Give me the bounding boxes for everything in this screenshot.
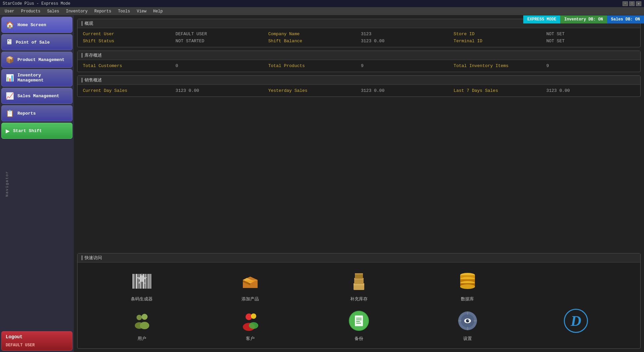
restock-icon [347, 269, 371, 293]
svg-rect-9 [148, 274, 150, 289]
backup-label: 备份 [355, 336, 363, 342]
status-bar: EXPRESS MODE Inventory DB: ON Sales DB: … [523, 15, 644, 23]
barcode-icon [130, 269, 154, 293]
svg-rect-2 [136, 274, 138, 289]
reports-icon: 📋 [6, 109, 14, 118]
total-customers-value: 0 [175, 63, 264, 68]
svg-rect-8 [147, 274, 148, 289]
quick-restock[interactable]: 补充库存 [308, 269, 410, 302]
yesterday-sales-label: Yesterday Sales [268, 88, 357, 93]
current-user-value: DEFAULT USER [175, 32, 264, 37]
yesterday-sales-value: 3123 0.00 [361, 88, 449, 93]
logout-user: DEFAULT USER [6, 343, 35, 348]
svg-point-33 [137, 315, 142, 320]
quick-database[interactable]: 数据库 [417, 269, 519, 302]
menu-user[interactable]: User [1, 8, 18, 14]
company-name-value: 3123 [361, 32, 449, 37]
sales-overview-title: 销售概述 [85, 77, 102, 83]
last7-sales-value: 3123 0.00 [546, 88, 635, 93]
pos-icon: 🖥 [6, 38, 12, 46]
close-button[interactable]: ✕ [636, 1, 641, 6]
shift-balance-label: Shift Balance [268, 39, 357, 44]
store-id-label: Store ID [453, 32, 542, 37]
users-icon [130, 309, 154, 333]
quick-settings[interactable]: 设置 [417, 309, 519, 342]
menu-view[interactable]: View [133, 8, 150, 14]
inventory-overview-content: Total Customers 0 Total Products 9 Total… [77, 60, 640, 72]
sidebar: Navigator 🏠 Home Screen 🖥 Point of Sale … [0, 15, 74, 352]
current-day-sales-label: Current Day Sales [83, 88, 171, 93]
sidebar-item-sales-management[interactable]: 📈 Sales Management [1, 88, 72, 104]
quick-users[interactable]: 用户 [91, 309, 193, 342]
menu-sales[interactable]: Sales [44, 8, 62, 14]
quick-customers[interactable]: 客户 [200, 309, 302, 342]
maximize-button[interactable]: □ [629, 1, 635, 6]
current-user-label: Current User [83, 32, 171, 37]
sidebar-item-inventory-management[interactable]: 📊 Inventory Management [1, 69, 72, 86]
quick-add-product[interactable]: 添加产品 [200, 269, 302, 302]
sales-overview-content: Current Day Sales 3123 0.00 Yesterday Sa… [77, 85, 640, 97]
inventory-grid: Total Customers 0 Total Products 9 Total… [83, 63, 635, 68]
settings-label: 设置 [463, 336, 472, 342]
overview-title: 概观 [85, 20, 93, 26]
main-content: 概观 Current User DEFAULT USER Company Nam… [74, 15, 644, 352]
restock-label: 补充库存 [350, 296, 368, 302]
menu-inventory[interactable]: Inventory [62, 8, 91, 14]
quick-barcode-generator[interactable]: 条码生成器 [91, 269, 193, 302]
sidebar-label-home: Home Screen [17, 22, 46, 27]
quick-access-grid: 条码生成器 [77, 262, 640, 348]
quick-backup[interactable]: 备份 [308, 309, 410, 342]
shift-icon: ▶ [6, 127, 10, 135]
svg-rect-7 [145, 274, 146, 289]
overview-content: Current User DEFAULT USER Company Name 3… [77, 28, 640, 47]
svg-point-35 [142, 314, 148, 320]
sidebar-label-shift: Start Shift [13, 128, 42, 133]
total-inventory-value: 9 [546, 63, 635, 68]
sales-db-badge: Sales DB: ON [607, 15, 644, 23]
current-day-sales-value: 3123 0.00 [175, 88, 264, 93]
svg-point-32 [460, 284, 475, 289]
sidebar-label-products: Product Management [17, 57, 64, 62]
menu-products[interactable]: Products [18, 8, 44, 14]
sales-icon: 📈 [6, 92, 14, 100]
users-label: 用户 [138, 336, 146, 342]
sidebar-item-home-screen[interactable]: 🏠 Home Screen [1, 17, 72, 33]
window-controls[interactable]: − □ ✕ [623, 1, 641, 6]
minimize-button[interactable]: − [623, 1, 628, 6]
store-id-value: NOT SET [546, 32, 635, 37]
last7-sales-label: Last 7 Days Sales [453, 88, 542, 93]
menu-reports[interactable]: Reports [91, 8, 114, 14]
svg-rect-43 [355, 315, 363, 326]
svg-rect-10 [150, 274, 151, 289]
svg-rect-23 [355, 273, 363, 275]
menu-help[interactable]: Help [150, 8, 166, 14]
inventory-overview-section: 库存概述 Total Customers 0 Total Products 9 … [77, 51, 641, 72]
quick-access-section: 快速访问 [77, 253, 641, 349]
total-products-value: 9 [361, 63, 449, 68]
sidebar-label-sales: Sales Management [17, 94, 59, 99]
svg-rect-17 [246, 281, 254, 282]
sidebar-item-start-shift[interactable]: ▶ Start Shift [1, 123, 72, 139]
svg-rect-1 [135, 274, 135, 289]
main-layout: Navigator 🏠 Home Screen 🖥 Point of Sale … [0, 15, 644, 352]
svg-rect-53 [474, 320, 477, 321]
sidebar-item-reports[interactable]: 📋 Reports [1, 105, 72, 121]
home-icon: 🏠 [6, 21, 14, 29]
add-product-label: 添加产品 [241, 296, 259, 302]
customers-icon [238, 309, 262, 333]
add-product-icon [238, 269, 262, 293]
sidebar-item-product-management[interactable]: 📦 Product Management [1, 52, 72, 68]
svg-rect-50 [467, 311, 468, 315]
svg-point-57 [468, 320, 469, 321]
svg-rect-3 [138, 274, 139, 289]
logout-button[interactable]: Logout DEFAULT USER [1, 331, 72, 351]
d-logo-icon: D [564, 309, 588, 333]
inventory-db-badge: Inventory DB: ON [560, 15, 607, 23]
menu-tools[interactable]: Tools [115, 8, 133, 14]
terminal-id-value: NOT SET [546, 39, 635, 44]
database-label: 数据库 [461, 296, 474, 302]
barcode-generator-label: 条码生成器 [131, 296, 153, 302]
sidebar-item-point-of-sale[interactable]: 🖥 Point of Sale [1, 34, 72, 50]
inventory-icon: 📊 [6, 74, 14, 82]
total-customers-label: Total Customers [83, 63, 171, 68]
